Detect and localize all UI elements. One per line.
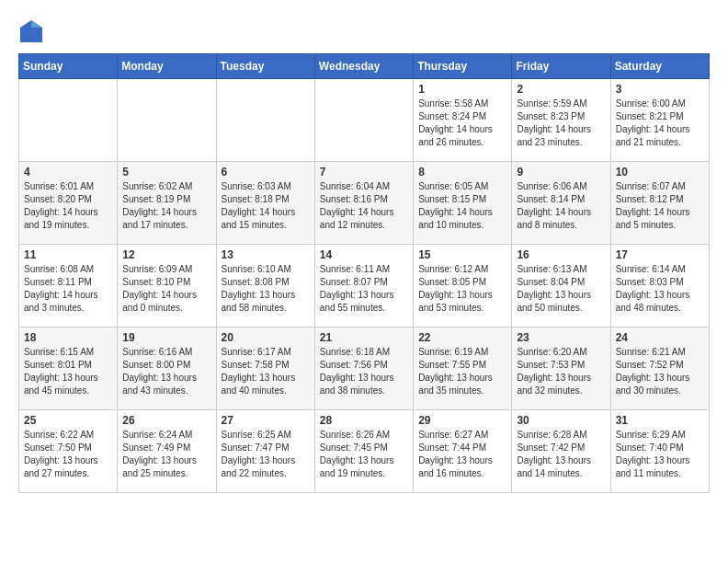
day-number: 6 — [222, 166, 310, 178]
calendar-cell: 5Sunrise: 6:02 AM Sunset: 8:19 PM Daylig… — [118, 162, 216, 245]
day-info: Sunrise: 6:24 AM Sunset: 7:49 PM Dayligh… — [122, 429, 210, 480]
calendar-cell: 6Sunrise: 6:03 AM Sunset: 8:18 PM Daylig… — [216, 162, 314, 245]
day-number: 28 — [320, 414, 408, 427]
day-header-sunday: Sunday — [19, 54, 118, 79]
day-info: Sunrise: 6:17 AM Sunset: 7:58 PM Dayligh… — [222, 346, 310, 397]
day-info: Sunrise: 6:21 AM Sunset: 7:52 PM Dayligh… — [616, 346, 704, 397]
calendar-cell: 29Sunrise: 6:27 AM Sunset: 7:44 PM Dayli… — [414, 410, 512, 493]
calendar-cell: 31Sunrise: 6:29 AM Sunset: 7:40 PM Dayli… — [610, 410, 709, 493]
day-number: 14 — [320, 248, 408, 261]
logo — [18, 18, 48, 44]
calendar-cell: 1Sunrise: 5:58 AM Sunset: 8:24 PM Daylig… — [414, 79, 512, 162]
day-number: 17 — [616, 248, 704, 261]
page-header — [18, 18, 710, 44]
calendar-week-5: 25Sunrise: 6:22 AM Sunset: 7:50 PM Dayli… — [19, 410, 710, 493]
day-number: 23 — [517, 331, 605, 344]
day-number: 9 — [517, 166, 605, 178]
calendar-cell: 16Sunrise: 6:13 AM Sunset: 8:04 PM Dayli… — [512, 245, 610, 327]
calendar-cell: 7Sunrise: 6:04 AM Sunset: 8:16 PM Daylig… — [314, 162, 413, 245]
calendar-table: SundayMondayTuesdayWednesdayThursdayFrid… — [18, 53, 710, 493]
day-number: 7 — [320, 166, 408, 178]
calendar-cell: 11Sunrise: 6:08 AM Sunset: 8:11 PM Dayli… — [19, 245, 118, 327]
day-number: 10 — [616, 166, 704, 178]
day-number: 5 — [122, 166, 210, 178]
day-info: Sunrise: 6:03 AM Sunset: 8:18 PM Dayligh… — [222, 180, 310, 232]
calendar-week-2: 4Sunrise: 6:01 AM Sunset: 8:20 PM Daylig… — [19, 162, 710, 245]
day-number: 21 — [320, 331, 408, 344]
day-number: 12 — [122, 248, 210, 261]
calendar-cell: 8Sunrise: 6:05 AM Sunset: 8:15 PM Daylig… — [414, 162, 512, 245]
day-number: 8 — [418, 166, 506, 178]
calendar-cell: 24Sunrise: 6:21 AM Sunset: 7:52 PM Dayli… — [610, 327, 709, 410]
calendar-cell: 18Sunrise: 6:15 AM Sunset: 8:01 PM Dayli… — [19, 327, 118, 410]
calendar-cell: 25Sunrise: 6:22 AM Sunset: 7:50 PM Dayli… — [19, 410, 118, 493]
day-number: 19 — [122, 331, 210, 344]
calendar-cell: 30Sunrise: 6:28 AM Sunset: 7:42 PM Dayli… — [512, 410, 610, 493]
day-info: Sunrise: 6:10 AM Sunset: 8:08 PM Dayligh… — [222, 263, 310, 315]
day-number: 1 — [418, 83, 506, 96]
day-header-wednesday: Wednesday — [314, 54, 413, 79]
day-info: Sunrise: 6:12 AM Sunset: 8:05 PM Dayligh… — [418, 263, 506, 315]
calendar-cell: 28Sunrise: 6:26 AM Sunset: 7:45 PM Dayli… — [314, 410, 413, 493]
calendar-cell: 19Sunrise: 6:16 AM Sunset: 8:00 PM Dayli… — [118, 327, 216, 410]
calendar-cell: 15Sunrise: 6:12 AM Sunset: 8:05 PM Dayli… — [414, 245, 512, 327]
calendar-cell: 13Sunrise: 6:10 AM Sunset: 8:08 PM Dayli… — [216, 245, 314, 327]
day-header-thursday: Thursday — [414, 54, 512, 79]
calendar-cell: 27Sunrise: 6:25 AM Sunset: 7:47 PM Dayli… — [216, 410, 314, 493]
day-info: Sunrise: 6:26 AM Sunset: 7:45 PM Dayligh… — [320, 429, 408, 480]
day-info: Sunrise: 6:00 AM Sunset: 8:21 PM Dayligh… — [616, 98, 704, 149]
day-header-monday: Monday — [118, 54, 216, 79]
day-number: 4 — [24, 166, 112, 178]
calendar-cell: 10Sunrise: 6:07 AM Sunset: 8:12 PM Dayli… — [610, 162, 709, 245]
day-info: Sunrise: 6:05 AM Sunset: 8:15 PM Dayligh… — [418, 180, 506, 232]
day-number: 2 — [517, 83, 605, 96]
day-number: 13 — [222, 248, 310, 261]
calendar-week-4: 18Sunrise: 6:15 AM Sunset: 8:01 PM Dayli… — [19, 327, 710, 410]
day-info: Sunrise: 6:09 AM Sunset: 8:10 PM Dayligh… — [122, 263, 210, 315]
day-number: 15 — [418, 248, 506, 261]
svg-marker-1 — [31, 20, 42, 28]
day-number: 22 — [418, 331, 506, 344]
day-info: Sunrise: 6:29 AM Sunset: 7:40 PM Dayligh… — [616, 429, 704, 480]
day-header-friday: Friday — [512, 54, 610, 79]
calendar-cell: 17Sunrise: 6:14 AM Sunset: 8:03 PM Dayli… — [610, 245, 709, 327]
calendar-cell: 23Sunrise: 6:20 AM Sunset: 7:53 PM Dayli… — [512, 327, 610, 410]
day-info: Sunrise: 5:59 AM Sunset: 8:23 PM Dayligh… — [517, 98, 605, 149]
day-info: Sunrise: 6:02 AM Sunset: 8:19 PM Dayligh… — [122, 180, 210, 232]
calendar-cell: 21Sunrise: 6:18 AM Sunset: 7:56 PM Dayli… — [314, 327, 413, 410]
day-info: Sunrise: 6:20 AM Sunset: 7:53 PM Dayligh… — [517, 346, 605, 397]
day-info: Sunrise: 6:19 AM Sunset: 7:55 PM Dayligh… — [418, 346, 506, 397]
day-info: Sunrise: 6:04 AM Sunset: 8:16 PM Dayligh… — [320, 180, 408, 232]
calendar-cell: 2Sunrise: 5:59 AM Sunset: 8:23 PM Daylig… — [512, 79, 610, 162]
calendar-cell: 4Sunrise: 6:01 AM Sunset: 8:20 PM Daylig… — [19, 162, 118, 245]
day-info: Sunrise: 6:01 AM Sunset: 8:20 PM Dayligh… — [24, 180, 112, 232]
day-info: Sunrise: 6:16 AM Sunset: 8:00 PM Dayligh… — [122, 346, 210, 397]
day-number: 11 — [24, 248, 112, 261]
calendar-cell: 20Sunrise: 6:17 AM Sunset: 7:58 PM Dayli… — [216, 327, 314, 410]
day-number: 16 — [517, 248, 605, 261]
day-info: Sunrise: 6:11 AM Sunset: 8:07 PM Dayligh… — [320, 263, 408, 315]
day-number: 18 — [24, 331, 112, 344]
day-info: Sunrise: 6:06 AM Sunset: 8:14 PM Dayligh… — [517, 180, 605, 232]
calendar-cell: 26Sunrise: 6:24 AM Sunset: 7:49 PM Dayli… — [118, 410, 216, 493]
calendar-week-3: 11Sunrise: 6:08 AM Sunset: 8:11 PM Dayli… — [19, 245, 710, 327]
day-header-tuesday: Tuesday — [216, 54, 314, 79]
day-info: Sunrise: 6:25 AM Sunset: 7:47 PM Dayligh… — [222, 429, 310, 480]
day-info: Sunrise: 6:07 AM Sunset: 8:12 PM Dayligh… — [616, 180, 704, 232]
day-number: 30 — [517, 414, 605, 427]
day-number: 31 — [616, 414, 704, 427]
day-info: Sunrise: 6:28 AM Sunset: 7:42 PM Dayligh… — [517, 429, 605, 480]
day-info: Sunrise: 5:58 AM Sunset: 8:24 PM Dayligh… — [418, 98, 506, 149]
day-number: 20 — [222, 331, 310, 344]
days-header-row: SundayMondayTuesdayWednesdayThursdayFrid… — [19, 54, 710, 79]
calendar-week-1: 1Sunrise: 5:58 AM Sunset: 8:24 PM Daylig… — [19, 79, 710, 162]
calendar-cell — [314, 79, 413, 162]
day-info: Sunrise: 6:14 AM Sunset: 8:03 PM Dayligh… — [616, 263, 704, 315]
calendar-cell — [19, 79, 118, 162]
logo-icon — [18, 18, 44, 44]
day-number: 29 — [418, 414, 506, 427]
calendar-cell: 9Sunrise: 6:06 AM Sunset: 8:14 PM Daylig… — [512, 162, 610, 245]
day-header-saturday: Saturday — [610, 54, 709, 79]
day-info: Sunrise: 6:08 AM Sunset: 8:11 PM Dayligh… — [24, 263, 112, 315]
day-number: 24 — [616, 331, 704, 344]
